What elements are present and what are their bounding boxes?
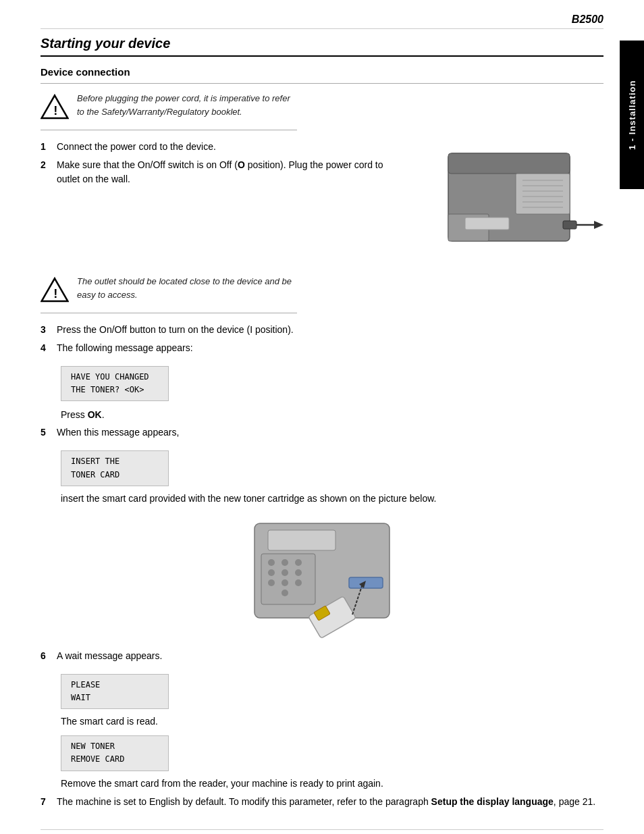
step-4-num: 4 — [41, 341, 53, 355]
lcd-msg1-line2: THE TONER? <OK> — [71, 384, 159, 396]
step-7-content: The machine is set to English by default… — [57, 795, 603, 809]
lcd-message-4: NEW TONER REMOVE CARD — [61, 735, 169, 771]
section-divider — [41, 55, 603, 57]
lcd-msg3-line1: PLEASE — [71, 679, 159, 692]
page-wrapper: 1 - Installation B2500 Starting your dev… — [0, 0, 644, 834]
model-label: B2500 — [572, 14, 603, 26]
lcd-msg2-line2: TONER CARD — [71, 469, 159, 481]
step-7-part2: , page 21. — [554, 796, 595, 807]
svg-point-27 — [268, 579, 275, 586]
smart-card-read-text: The smart card is read. — [61, 716, 158, 727]
printer-image-area — [414, 140, 603, 261]
svg-text:!: ! — [53, 286, 57, 301]
step-7-num: 7 — [41, 795, 53, 809]
step-1-content: Connect the power cord to the device. — [57, 140, 401, 154]
printer-diagram — [428, 140, 603, 261]
page-header: B2500 — [41, 14, 603, 29]
svg-point-21 — [268, 559, 275, 566]
svg-point-23 — [295, 559, 302, 566]
lcd-message-2: INSERT THE TONER CARD — [61, 450, 169, 486]
svg-rect-15 — [465, 217, 509, 230]
step-1: 1 Connect the power cord to the device. — [41, 140, 401, 154]
press-ok-instruction: Press OK. — [61, 409, 603, 420]
step-7-bold: Setup the display language — [431, 796, 554, 807]
steps-1-2-text: 1 Connect the power cord to the device. … — [41, 140, 401, 261]
smart-card-image-area — [41, 517, 603, 638]
step-3: 3 Press the On/Off button to turn on the… — [41, 323, 603, 337]
steps-1-2-area: 1 Connect the power cord to the device. … — [41, 140, 603, 261]
svg-text:!: ! — [53, 103, 57, 118]
step-6-content: A wait message appears. — [57, 649, 603, 663]
side-tab-label: 1 - Installation — [627, 80, 637, 149]
subsection-divider — [41, 83, 603, 84]
svg-point-29 — [295, 579, 302, 586]
svg-point-30 — [281, 590, 288, 596]
step-3-content: Press the On/Off button to turn on the d… — [57, 323, 603, 337]
subsection-title: Device connection — [41, 66, 603, 78]
steps-list-6: 6 A wait message appears. — [41, 649, 603, 663]
svg-point-26 — [295, 569, 302, 576]
warning-icon-2: ! — [41, 276, 69, 305]
svg-marker-14 — [594, 221, 603, 229]
lcd-msg4-line1: NEW TONER — [71, 740, 159, 753]
lcd-msg2-line1: INSERT THE — [71, 455, 159, 468]
lcd-message-1: HAVE YOU CHANGED THE TONER? <OK> — [61, 366, 169, 401]
lcd-msg4-line2: REMOVE CARD — [71, 753, 159, 766]
warning-text-2: The outlet should be located close to th… — [77, 275, 297, 301]
smart-card-diagram — [248, 517, 396, 638]
lcd-message-3: PLEASE WAIT — [61, 674, 169, 709]
step-6: 6 A wait message appears. — [41, 649, 603, 663]
page-footer: B2500 MFP User's Guide 17 — [41, 829, 603, 835]
svg-point-25 — [281, 569, 288, 576]
svg-rect-19 — [268, 530, 336, 550]
step-7: 7 The machine is set to English by defau… — [41, 795, 603, 809]
step-1-num: 1 — [41, 140, 53, 154]
side-tab: 1 - Installation — [620, 41, 644, 189]
smart-card-read-note: The smart card is read. — [61, 714, 603, 729]
warning-box-2: ! The outlet should be located close to … — [41, 275, 297, 313]
warning-box-1: ! Before plugging the power cord, it is … — [41, 92, 297, 130]
steps-list-5: 5 When this message appears, — [41, 425, 603, 440]
warning-icon-1: ! — [41, 93, 69, 122]
svg-rect-12 — [563, 221, 576, 229]
step-7-part1: The machine is set to English by default… — [57, 796, 431, 807]
step-6-num: 6 — [41, 649, 53, 663]
warning-text-1: Before plugging the power cord, it is im… — [77, 92, 297, 118]
step-5-content: When this message appears, — [57, 425, 603, 440]
svg-point-28 — [281, 579, 288, 586]
steps-list-3-4: 3 Press the On/Off button to turn on the… — [41, 323, 603, 355]
step-5-num: 5 — [41, 425, 53, 440]
lcd-msg3-line2: WAIT — [71, 692, 159, 704]
svg-rect-31 — [349, 577, 383, 588]
svg-rect-3 — [448, 153, 570, 174]
svg-rect-4 — [516, 174, 570, 214]
steps-list-7: 7 The machine is set to English by defau… — [41, 795, 603, 809]
step-2: 2 Make sure that the On/Off switch is on… — [41, 158, 401, 186]
step-2-content: Make sure that the On/Off switch is on O… — [57, 158, 401, 186]
step-4: 4 The following message appears: — [41, 341, 603, 355]
lcd-msg1-line1: HAVE YOU CHANGED — [71, 371, 159, 384]
step-5: 5 When this message appears, — [41, 425, 603, 440]
insert-instruction: insert the smart card provided with the … — [61, 492, 603, 506]
section-title: Starting your device — [41, 36, 603, 51]
steps-list-1-2: 1 Connect the power cord to the device. … — [41, 140, 401, 186]
remove-instruction: Remove the smart card from the reader, y… — [61, 777, 603, 791]
step-2-num: 2 — [41, 158, 53, 186]
step-4-content: The following message appears: — [57, 341, 603, 355]
step-3-num: 3 — [41, 323, 53, 337]
svg-point-22 — [281, 559, 288, 566]
svg-point-24 — [268, 569, 275, 576]
